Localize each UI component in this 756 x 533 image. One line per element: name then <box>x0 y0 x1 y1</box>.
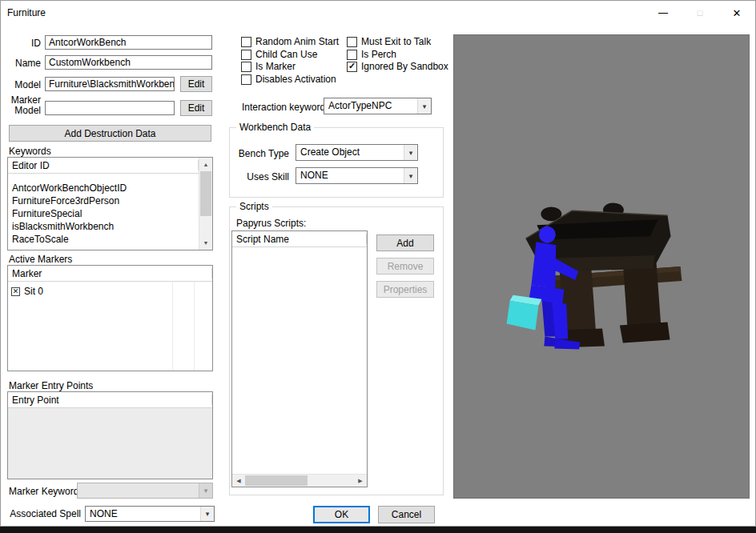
workbench-leg-right <box>623 263 662 332</box>
associated-spell-dropdown[interactable]: NONE ▾ <box>85 506 215 522</box>
figure-head <box>539 226 556 243</box>
marker-model-edit-button[interactable]: Edit <box>180 100 212 116</box>
id-field[interactable]: AntcorWorkBench <box>45 35 212 50</box>
active-markers-header[interactable]: Marker <box>8 266 212 282</box>
keywords-list[interactable]: Editor ID AntcorWorkBenchObjectID Furnit… <box>7 157 213 250</box>
entry-points-header[interactable]: Entry Point <box>8 392 212 408</box>
papyrus-scripts-label: Papyrus Scripts: <box>236 218 306 229</box>
marker-cube <box>507 295 542 331</box>
active-markers-body[interactable]: ✕ Sit 0 <box>8 282 212 371</box>
papyrus-scripts-list[interactable]: Script Name ◀ ▶ <box>231 230 368 487</box>
chevron-down-icon: ▾ <box>404 168 417 183</box>
taskbar-strip <box>0 527 756 533</box>
checkbox-must-exit-to-talk[interactable]: Must Exit to Talk <box>347 36 431 47</box>
keyword-item[interactable]: isBlacksmithWorkbench <box>8 220 199 233</box>
scripts-group-label: Scripts <box>236 201 272 212</box>
checkbox-disables-activation[interactable]: Disables Activation <box>241 74 336 85</box>
scripts-header-label: Script Name <box>236 234 289 245</box>
marker-model-label: Marker Model <box>1 95 41 116</box>
chevron-down-icon: ▾ <box>404 145 417 160</box>
marker-keyword-dropdown: ▾ <box>77 483 213 499</box>
checkbox-label: Child Can Use <box>255 49 317 60</box>
keyword-item[interactable]: RaceToScale <box>8 233 199 246</box>
uses-skill-label: Uses Skill <box>233 171 289 182</box>
window-title: Furniture <box>7 7 46 18</box>
checkbox-label: Ignored By Sandbox <box>361 61 448 72</box>
chevron-down-icon: ▾ <box>200 507 214 521</box>
marker-row-sit0[interactable]: ✕ Sit 0 <box>8 285 212 298</box>
entry-points-body[interactable] <box>8 408 212 479</box>
interaction-keyword-dropdown[interactable]: ActorTypeNPC ▾ <box>324 98 432 114</box>
bench-type-value: Create Object <box>296 145 404 160</box>
uses-skill-value: NONE <box>296 168 404 183</box>
remove-script-button: Remove <box>376 258 434 275</box>
check-mark-icon: ✓ <box>348 61 356 71</box>
keyword-item[interactable]: FurnitureSpecial <box>8 207 199 220</box>
scroll-down-icon[interactable]: ▼ <box>199 236 212 250</box>
keyword-item[interactable]: AntcorWorkBenchObjectID <box>8 182 199 194</box>
checkbox-child-can-use[interactable]: Child Can Use <box>241 49 317 60</box>
keywords-list-body[interactable]: AntcorWorkBenchObjectID FurnitureForce3r… <box>8 174 199 250</box>
scroll-right-icon[interactable]: ▶ <box>354 475 367 487</box>
workbench-foot-right <box>620 323 670 343</box>
checkbox-random-anim-start[interactable]: Random Anim Start <box>241 36 339 47</box>
scripts-list-header[interactable]: Script Name <box>232 231 367 247</box>
add-script-button[interactable]: Add <box>376 234 434 251</box>
checkbox-label: Is Marker <box>255 61 296 72</box>
workbench-data-group: Workbench Data <box>229 127 444 198</box>
title-bar[interactable]: Furniture — □ ✕ <box>1 1 755 25</box>
scrollbar-thumb[interactable] <box>245 475 308 486</box>
minimize-icon: — <box>658 7 668 18</box>
maximize-button: □ <box>682 1 718 25</box>
workbench-data-group-label: Workbench Data <box>236 122 314 133</box>
scroll-left-icon[interactable]: ◀ <box>232 475 245 487</box>
maximize-icon: □ <box>698 8 703 18</box>
entry-points-header-label: Entry Point <box>12 395 59 406</box>
checkbox-box <box>241 50 251 60</box>
checkbox-label: Random Anim Start <box>255 36 339 47</box>
checkbox-box <box>241 37 251 47</box>
associated-spell-value: NONE <box>86 507 200 521</box>
name-label: Name <box>1 58 41 69</box>
ok-button[interactable]: OK <box>313 506 370 523</box>
uses-skill-dropdown[interactable]: NONE ▾ <box>296 167 418 184</box>
model-edit-button[interactable]: Edit <box>180 76 212 92</box>
checkbox-is-perch[interactable]: Is Perch <box>347 49 396 60</box>
marker-model-field[interactable] <box>45 101 175 115</box>
id-label: ID <box>1 38 41 49</box>
scripts-horizontal-scrollbar[interactable]: ◀ ▶ <box>232 474 367 487</box>
scroll-up-icon[interactable]: ▲ <box>199 158 212 171</box>
keyword-item[interactable]: FurnitureForce3rdPerson <box>8 194 199 207</box>
bench-type-dropdown[interactable]: Create Object ▾ <box>296 144 418 161</box>
bench-type-label: Bench Type <box>233 148 289 159</box>
checkbox-box <box>241 62 251 72</box>
model-field[interactable]: Furniture\BlacksmithWorkbench <box>45 77 175 91</box>
checkbox-is-marker[interactable]: Is Marker <box>241 61 296 72</box>
cancel-button[interactable]: Cancel <box>378 506 435 523</box>
preview-3d-render <box>454 35 749 498</box>
keywords-scrollbar[interactable]: ▲ ▼ <box>199 158 212 250</box>
marker-checkbox-checked[interactable]: ✕ <box>11 287 20 296</box>
name-field[interactable]: CustomWorkbench <box>45 55 212 70</box>
scrollbar-thumb[interactable] <box>200 171 211 216</box>
checkbox-label: Is Perch <box>361 49 396 60</box>
interaction-keyword-value: ActorTypeNPC <box>324 98 417 114</box>
preview-viewport[interactable] <box>453 34 750 499</box>
interaction-keyword-label: Interaction keyword <box>242 102 325 113</box>
active-markers-header-label: Marker <box>12 268 42 279</box>
entry-points-list[interactable]: Entry Point <box>7 391 213 479</box>
active-markers-list[interactable]: Marker ✕ Sit 0 <box>7 265 213 371</box>
add-destruction-data-button[interactable]: Add Destruction Data <box>9 125 211 142</box>
scripts-list-body[interactable] <box>232 247 367 474</box>
model-label: Model <box>1 79 41 90</box>
script-properties-button: Properties <box>376 281 434 298</box>
marker-keyword-value <box>78 483 199 498</box>
close-button[interactable]: ✕ <box>718 1 755 25</box>
minimize-button[interactable]: — <box>645 1 682 25</box>
checkbox-ignored-by-sandbox[interactable]: ✓ Ignored By Sandbox <box>347 61 448 72</box>
checkbox-label: Disables Activation <box>255 74 336 85</box>
keywords-list-header[interactable]: Editor ID <box>8 158 199 174</box>
checkbox-box <box>347 37 357 47</box>
checkbox-box <box>347 50 357 60</box>
close-icon: ✕ <box>733 7 742 19</box>
